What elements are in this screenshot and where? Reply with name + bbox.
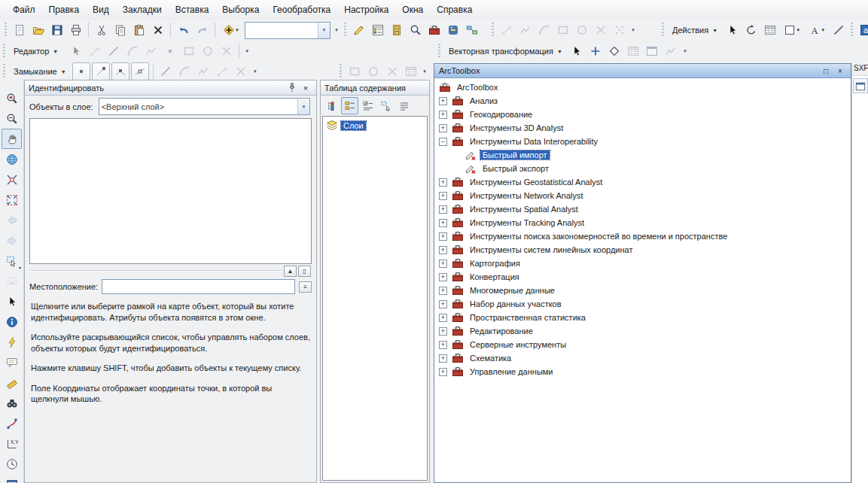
scale-combo[interactable]: ▼ — [245, 22, 330, 39]
html-popup-button[interactable] — [2, 352, 22, 372]
cut-button[interactable] — [92, 21, 111, 40]
find-button[interactable] — [2, 393, 22, 413]
toolbar-overflow-button[interactable]: ▾ — [242, 43, 251, 60]
toolbar-overflow-button[interactable]: ▾ — [681, 43, 690, 60]
table-of-contents-button[interactable] — [368, 21, 387, 40]
tree-item[interactable]: +Инструменты Geostatistical Analyst — [434, 175, 851, 189]
tree-item[interactable]: +Управление данными — [434, 365, 851, 378]
attribute-table-button[interactable] — [760, 21, 779, 40]
zoom-out-button[interactable] — [2, 108, 22, 129]
menu-item[interactable]: Файл — [6, 2, 42, 18]
close-icon[interactable]: × — [834, 65, 846, 76]
menu-item[interactable]: Справка — [430, 2, 479, 18]
tree-item[interactable]: +Пространственная статистика — [434, 311, 851, 324]
toolbar-grip[interactable] — [3, 44, 5, 59]
arctoolbox-window-button[interactable] — [425, 21, 443, 40]
edge-snapping-toggle-button[interactable] — [131, 62, 149, 80]
rotate-element-button[interactable] — [742, 21, 760, 40]
tree-expander[interactable]: + — [439, 219, 447, 227]
save-button[interactable] — [47, 21, 66, 40]
menu-item[interactable]: Правка — [42, 2, 87, 18]
tree-item[interactable]: +Набор данных участков — [434, 297, 851, 311]
tree-expander[interactable]: + — [439, 246, 447, 254]
float-window-icon[interactable]: □ — [820, 65, 832, 76]
menu-item[interactable]: Геообработка — [266, 2, 337, 18]
tree-item[interactable]: +Анализ — [434, 94, 851, 108]
tree-item[interactable]: +Инструменты 3D Analyst — [434, 121, 851, 135]
identify-layers-combo[interactable]: <Верхний слой> ▼ — [99, 98, 310, 115]
list-by-visibility-button[interactable] — [359, 97, 376, 114]
vector-transform-menu[interactable]: Векторная трансформация▼ — [443, 44, 568, 59]
toolbar-grip[interactable] — [3, 64, 5, 79]
toolbar-overflow-button[interactable]: ▾ — [251, 63, 260, 80]
point-snapping-toggle-button[interactable] — [72, 62, 90, 80]
tree-expander[interactable]: + — [439, 327, 447, 336]
new-displacement-link-button[interactable] — [586, 42, 605, 61]
identify-button[interactable] — [2, 311, 22, 332]
collapse-up-icon[interactable]: ▲ — [284, 266, 297, 277]
fixed-zoom-in-button[interactable] — [2, 169, 22, 190]
tree-expander[interactable]: + — [439, 260, 447, 268]
chevron-down-icon[interactable]: ▼ — [297, 99, 309, 114]
tree-item[interactable]: +Инструменты поиска закономерностей во в… — [434, 229, 851, 243]
copy-button[interactable] — [111, 21, 129, 40]
close-icon[interactable]: × — [299, 81, 312, 94]
menu-item[interactable]: Вид — [86, 2, 116, 18]
identify-splitter[interactable]: ▲ ▯ — [25, 265, 316, 277]
end-snapping-toggle-button[interactable] — [92, 62, 110, 80]
measure-button[interactable] — [2, 372, 22, 393]
tree-item[interactable]: ArcToolbox — [434, 80, 851, 94]
shape-fill-picker-button[interactable]: ▾ — [779, 21, 804, 40]
paste-button[interactable] — [129, 21, 148, 40]
add-data-button[interactable]: ▾ — [218, 21, 243, 40]
tree-expander[interactable]: + — [439, 124, 447, 132]
tree-item[interactable]: Быстрый импорт — [434, 148, 851, 162]
open-document-button[interactable] — [29, 21, 47, 40]
full-extent-button[interactable] — [2, 149, 22, 169]
dock-toggle-icon[interactable]: ▯ — [298, 266, 311, 277]
tree-item[interactable]: +Редактирование — [434, 324, 851, 338]
toolbar-grip[interactable] — [492, 23, 494, 38]
tree-item[interactable]: +Инструменты Spatial Analyst — [434, 202, 851, 216]
tree-expander[interactable]: + — [439, 354, 447, 363]
toc-layers-item[interactable]: Слои — [324, 119, 425, 132]
list-by-selection-button[interactable] — [377, 97, 394, 114]
tree-expander[interactable]: − — [439, 138, 447, 146]
menu-item[interactable]: Выборка — [215, 2, 266, 18]
toolbar-grip[interactable] — [344, 23, 346, 38]
model-builder-button[interactable] — [462, 21, 481, 40]
tree-item[interactable]: +Конвертация — [434, 270, 851, 284]
tree-expander[interactable]: + — [439, 341, 447, 349]
tree-expander[interactable]: + — [439, 232, 447, 241]
go-to-xy-button[interactable]: X,Y — [2, 433, 22, 454]
location-input[interactable] — [102, 279, 295, 294]
tree-expander[interactable]: + — [439, 273, 447, 281]
toolbar-grip[interactable] — [662, 23, 664, 38]
catalog-window-button[interactable] — [387, 21, 406, 40]
select-elements-button[interactable] — [2, 291, 22, 311]
toolbar-grip[interactable] — [340, 64, 342, 79]
docked-toolbar-button[interactable] — [853, 78, 868, 93]
toolbar-overflow-button[interactable]: ▾ — [420, 63, 429, 80]
tree-expander[interactable]: + — [439, 314, 447, 322]
tree-item[interactable]: +Картография — [434, 257, 851, 270]
new-document-button[interactable] — [10, 21, 29, 40]
vertex-snapping-toggle-button[interactable] — [111, 62, 129, 80]
tree-item[interactable]: +Инструменты Tracking Analyst — [434, 216, 851, 229]
arctoolbox-title-bar[interactable]: ArcToolbox □ × — [434, 64, 851, 78]
print-button[interactable] — [66, 21, 85, 40]
tree-expander[interactable]: + — [439, 287, 447, 295]
menu-item[interactable]: Вставка — [169, 2, 216, 18]
snapping-menu[interactable]: Замыкание▼ — [8, 64, 72, 79]
list-by-source-button[interactable] — [341, 97, 358, 114]
zoom-in-button[interactable] — [2, 88, 22, 108]
select-features-button[interactable]: ▾ — [2, 251, 22, 271]
editor-toolbar-toggle-button[interactable] — [349, 21, 368, 40]
options-button[interactable] — [395, 97, 413, 114]
pin-icon[interactable] — [285, 81, 299, 94]
undo-button[interactable] — [174, 21, 193, 40]
find-route-button[interactable] — [2, 413, 22, 433]
tree-item[interactable]: −Инструменты Data Interoperability — [434, 135, 851, 148]
toc-tree-area[interactable]: Слои — [322, 116, 428, 481]
tree-expander[interactable]: + — [439, 368, 447, 376]
